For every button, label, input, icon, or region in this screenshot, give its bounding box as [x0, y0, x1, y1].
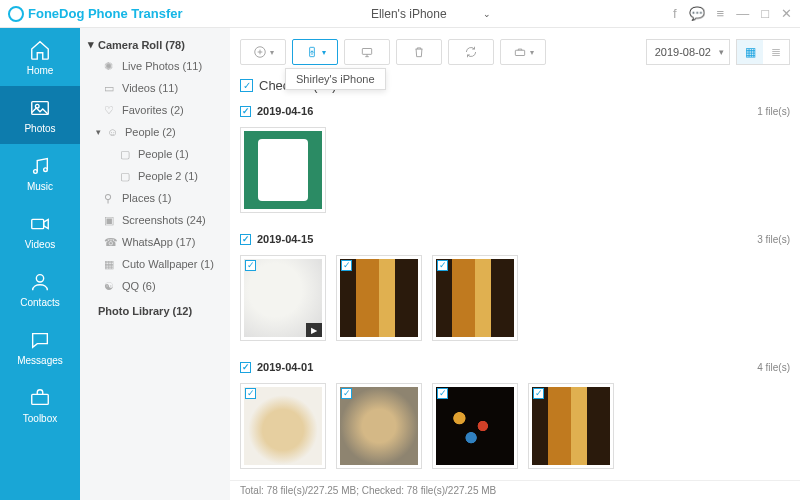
nav-home[interactable]: Home: [0, 28, 80, 86]
titlebar: FoneDog Phone Transfer Ellen's iPhone ⌄ …: [0, 0, 800, 28]
device-name: Ellen's iPhone: [371, 7, 447, 21]
maximize-button[interactable]: □: [761, 6, 769, 21]
tree-people-2[interactable]: ▢People 2 (1): [80, 165, 230, 187]
tree-photo-library[interactable]: Photo Library (12): [80, 297, 230, 322]
date-filter[interactable]: 2019-08-02: [646, 39, 730, 65]
view-toggle: ▦ ≣: [736, 39, 790, 65]
svg-point-2: [34, 169, 38, 173]
group-file-count: 4 file(s): [757, 362, 790, 373]
folder-icon: ▢: [120, 148, 132, 160]
group-file-count: 3 file(s): [757, 234, 790, 245]
tree-places[interactable]: ⚲Places (1): [80, 187, 230, 209]
nav-photos[interactable]: Photos: [0, 86, 80, 144]
minimize-button[interactable]: —: [736, 6, 749, 21]
heart-icon: ♡: [104, 104, 116, 116]
list-view-button[interactable]: ≣: [763, 40, 789, 64]
svg-point-5: [36, 274, 43, 281]
check-all-checkbox[interactable]: ✓: [240, 79, 253, 92]
photo-thumbnail[interactable]: ✓: [432, 255, 518, 341]
thumb-checkbox[interactable]: ✓: [341, 388, 352, 399]
group-date: 2019-04-15: [257, 233, 313, 245]
folder-icon: ▢: [120, 170, 132, 182]
tree-favorites[interactable]: ♡Favorites (2): [80, 99, 230, 121]
more-tools-button[interactable]: ▾: [500, 39, 546, 65]
refresh-button[interactable]: [448, 39, 494, 65]
thumb-checkbox[interactable]: ✓: [341, 260, 352, 271]
pin-icon: ⚲: [104, 192, 116, 204]
group-checkbox[interactable]: ✓: [240, 106, 251, 117]
grid-view-button[interactable]: ▦: [737, 40, 763, 64]
window-controls: f 💬 ≡ — □ ✕: [673, 6, 792, 21]
group-header[interactable]: ✓2019-04-161 file(s): [240, 101, 790, 121]
group-header[interactable]: ✓2019-04-014 file(s): [240, 357, 790, 377]
thumb-checkbox[interactable]: ✓: [437, 260, 448, 271]
facebook-icon[interactable]: f: [673, 6, 677, 21]
tree-whatsapp[interactable]: ☎WhatsApp (17): [80, 231, 230, 253]
status-bar: Total: 78 file(s)/227.25 MB; Checked: 78…: [230, 480, 800, 500]
toolbar: ▾ ▾ ▾ 2019-08-02 ▦ ≣ Shirley's iPhone: [230, 28, 800, 76]
photo-thumbnail[interactable]: ✓: [240, 127, 326, 213]
group-checkbox[interactable]: ✓: [240, 234, 251, 245]
app-title: FoneDog Phone Transfer: [28, 6, 183, 21]
tree-camera-roll[interactable]: ▾ Camera Roll (78): [80, 34, 230, 55]
thumbnail-row: ✓▶✓✓: [240, 249, 790, 357]
chevron-down-icon: ▾: [530, 48, 534, 57]
transfer-target-tooltip: Shirley's iPhone: [285, 68, 386, 90]
thumb-checkbox[interactable]: ✓: [533, 388, 544, 399]
content-area: ▾ ▾ ▾ 2019-08-02 ▦ ≣ Shirley's iPhone ✓ …: [230, 28, 800, 500]
thumb-checkbox[interactable]: ✓: [245, 260, 256, 271]
nav-contacts[interactable]: Contacts: [0, 260, 80, 318]
transfer-to-device-button[interactable]: ▾: [292, 39, 338, 65]
thumb-checkbox[interactable]: ✓: [245, 388, 256, 399]
device-selector[interactable]: Ellen's iPhone ⌄: [355, 5, 501, 23]
svg-rect-10: [515, 50, 524, 55]
screenshot-icon: ▣: [104, 214, 116, 226]
nav-messages[interactable]: Messages: [0, 318, 80, 376]
group-checkbox[interactable]: ✓: [240, 362, 251, 373]
photo-thumbnail[interactable]: ✓: [528, 383, 614, 469]
video-icon: ▭: [104, 82, 116, 94]
photo-thumbnail[interactable]: ✓: [336, 383, 422, 469]
photo-thumbnail[interactable]: ✓: [336, 255, 422, 341]
nav-music[interactable]: Music: [0, 144, 80, 202]
menu-icon[interactable]: ≡: [717, 6, 725, 21]
tree-live-photos[interactable]: ✺Live Photos (11): [80, 55, 230, 77]
photo-thumbnail[interactable]: ✓: [240, 383, 326, 469]
thumb-checkbox[interactable]: ✓: [437, 388, 448, 399]
nav-videos[interactable]: Videos: [0, 202, 80, 260]
chevron-down-icon: ▾: [270, 48, 274, 57]
photo-scroll-area[interactable]: ✓2019-04-161 file(s)✓✓2019-04-153 file(s…: [230, 101, 800, 480]
thumbnail-row: ✓: [240, 121, 790, 229]
tree-people-1[interactable]: ▢People (1): [80, 143, 230, 165]
group-date: 2019-04-16: [257, 105, 313, 117]
svg-rect-9: [362, 49, 371, 55]
tree-videos[interactable]: ▭Videos (11): [80, 77, 230, 99]
export-to-pc-button[interactable]: [344, 39, 390, 65]
tree-cuto[interactable]: ▦Cuto Wallpaper (1): [80, 253, 230, 275]
tree-qq[interactable]: ☯QQ (6): [80, 275, 230, 297]
delete-button[interactable]: [396, 39, 442, 65]
live-icon: ✺: [104, 60, 116, 72]
tree-screenshots[interactable]: ▣Screenshots (24): [80, 209, 230, 231]
group-header[interactable]: ✓2019-04-153 file(s): [240, 229, 790, 249]
video-badge-icon: ▶: [306, 323, 322, 337]
wallpaper-icon: ▦: [104, 258, 116, 270]
qq-icon: ☯: [104, 280, 116, 292]
feedback-icon[interactable]: 💬: [689, 6, 705, 21]
svg-rect-6: [32, 394, 49, 404]
chevron-down-icon: ⌄: [483, 9, 491, 19]
collapse-icon: ▾: [88, 38, 94, 51]
svg-rect-4: [32, 219, 44, 228]
collapse-icon: ▾: [96, 127, 101, 137]
people-icon: ☺: [107, 126, 119, 138]
nav-toolbox[interactable]: Toolbox: [0, 376, 80, 434]
close-button[interactable]: ✕: [781, 6, 792, 21]
add-button[interactable]: ▾: [240, 39, 286, 65]
whatsapp-icon: ☎: [104, 236, 116, 248]
nav-sidebar: Home Photos Music Videos Contacts Messag…: [0, 28, 80, 500]
thumb-image: [244, 131, 322, 209]
photo-thumbnail[interactable]: ✓▶: [240, 255, 326, 341]
chevron-down-icon: ▾: [322, 48, 326, 57]
photo-thumbnail[interactable]: ✓: [432, 383, 518, 469]
tree-people[interactable]: ▾☺People (2): [80, 121, 230, 143]
